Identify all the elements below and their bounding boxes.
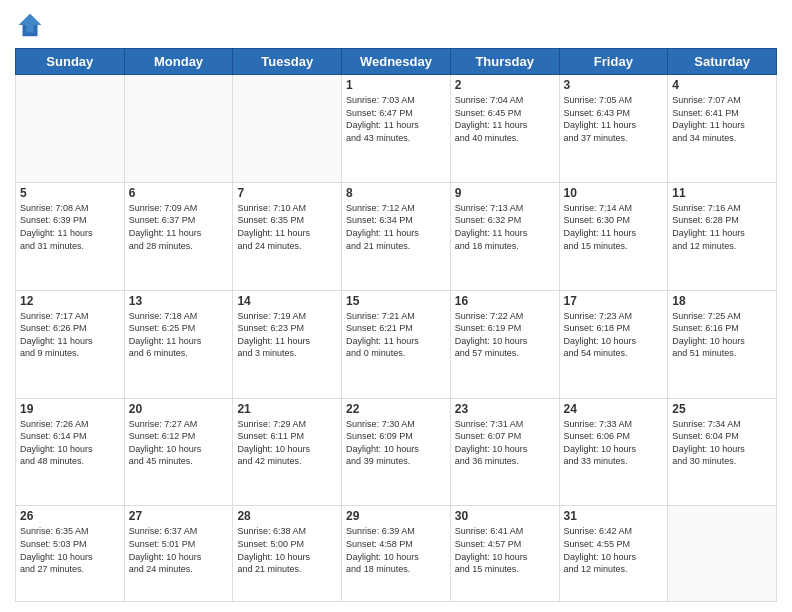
day-number: 17 (564, 294, 664, 308)
header (15, 10, 777, 40)
day-info: Sunrise: 7:13 AM Sunset: 6:32 PM Dayligh… (455, 202, 555, 252)
calendar-day-13: 13Sunrise: 7:18 AM Sunset: 6:25 PM Dayli… (124, 290, 233, 398)
calendar-day-4: 4Sunrise: 7:07 AM Sunset: 6:41 PM Daylig… (668, 75, 777, 183)
calendar-week-1: 1Sunrise: 7:03 AM Sunset: 6:47 PM Daylig… (16, 75, 777, 183)
calendar-day-20: 20Sunrise: 7:27 AM Sunset: 6:12 PM Dayli… (124, 398, 233, 506)
calendar-week-2: 5Sunrise: 7:08 AM Sunset: 6:39 PM Daylig… (16, 182, 777, 290)
day-header-wednesday: Wednesday (342, 49, 451, 75)
day-number: 21 (237, 402, 337, 416)
calendar-empty-cell (668, 506, 777, 602)
day-info: Sunrise: 6:38 AM Sunset: 5:00 PM Dayligh… (237, 525, 337, 575)
day-header-friday: Friday (559, 49, 668, 75)
day-number: 11 (672, 186, 772, 200)
calendar-day-31: 31Sunrise: 6:42 AM Sunset: 4:55 PM Dayli… (559, 506, 668, 602)
day-info: Sunrise: 7:08 AM Sunset: 6:39 PM Dayligh… (20, 202, 120, 252)
day-number: 29 (346, 509, 446, 523)
day-header-saturday: Saturday (668, 49, 777, 75)
day-number: 10 (564, 186, 664, 200)
day-number: 24 (564, 402, 664, 416)
calendar-day-23: 23Sunrise: 7:31 AM Sunset: 6:07 PM Dayli… (450, 398, 559, 506)
calendar-day-7: 7Sunrise: 7:10 AM Sunset: 6:35 PM Daylig… (233, 182, 342, 290)
calendar-day-5: 5Sunrise: 7:08 AM Sunset: 6:39 PM Daylig… (16, 182, 125, 290)
day-info: Sunrise: 7:07 AM Sunset: 6:41 PM Dayligh… (672, 94, 772, 144)
day-number: 25 (672, 402, 772, 416)
calendar-empty-cell (16, 75, 125, 183)
day-number: 8 (346, 186, 446, 200)
calendar-day-18: 18Sunrise: 7:25 AM Sunset: 6:16 PM Dayli… (668, 290, 777, 398)
calendar-day-19: 19Sunrise: 7:26 AM Sunset: 6:14 PM Dayli… (16, 398, 125, 506)
day-info: Sunrise: 7:09 AM Sunset: 6:37 PM Dayligh… (129, 202, 229, 252)
calendar-day-6: 6Sunrise: 7:09 AM Sunset: 6:37 PM Daylig… (124, 182, 233, 290)
calendar-day-11: 11Sunrise: 7:16 AM Sunset: 6:28 PM Dayli… (668, 182, 777, 290)
page: SundayMondayTuesdayWednesdayThursdayFrid… (0, 0, 792, 612)
calendar-table: SundayMondayTuesdayWednesdayThursdayFrid… (15, 48, 777, 602)
day-info: Sunrise: 7:21 AM Sunset: 6:21 PM Dayligh… (346, 310, 446, 360)
calendar-day-29: 29Sunrise: 6:39 AM Sunset: 4:58 PM Dayli… (342, 506, 451, 602)
calendar-day-2: 2Sunrise: 7:04 AM Sunset: 6:45 PM Daylig… (450, 75, 559, 183)
day-number: 5 (20, 186, 120, 200)
day-info: Sunrise: 7:18 AM Sunset: 6:25 PM Dayligh… (129, 310, 229, 360)
day-number: 22 (346, 402, 446, 416)
calendar-day-26: 26Sunrise: 6:35 AM Sunset: 5:03 PM Dayli… (16, 506, 125, 602)
logo-icon (15, 10, 45, 40)
day-number: 28 (237, 509, 337, 523)
day-number: 20 (129, 402, 229, 416)
calendar-day-24: 24Sunrise: 7:33 AM Sunset: 6:06 PM Dayli… (559, 398, 668, 506)
day-info: Sunrise: 7:16 AM Sunset: 6:28 PM Dayligh… (672, 202, 772, 252)
calendar-week-3: 12Sunrise: 7:17 AM Sunset: 6:26 PM Dayli… (16, 290, 777, 398)
day-info: Sunrise: 7:26 AM Sunset: 6:14 PM Dayligh… (20, 418, 120, 468)
calendar-week-4: 19Sunrise: 7:26 AM Sunset: 6:14 PM Dayli… (16, 398, 777, 506)
calendar-week-5: 26Sunrise: 6:35 AM Sunset: 5:03 PM Dayli… (16, 506, 777, 602)
day-number: 19 (20, 402, 120, 416)
day-number: 26 (20, 509, 120, 523)
day-number: 7 (237, 186, 337, 200)
day-header-sunday: Sunday (16, 49, 125, 75)
day-info: Sunrise: 7:29 AM Sunset: 6:11 PM Dayligh… (237, 418, 337, 468)
day-number: 31 (564, 509, 664, 523)
day-info: Sunrise: 7:27 AM Sunset: 6:12 PM Dayligh… (129, 418, 229, 468)
day-number: 18 (672, 294, 772, 308)
day-info: Sunrise: 7:03 AM Sunset: 6:47 PM Dayligh… (346, 94, 446, 144)
day-info: Sunrise: 7:10 AM Sunset: 6:35 PM Dayligh… (237, 202, 337, 252)
calendar-day-9: 9Sunrise: 7:13 AM Sunset: 6:32 PM Daylig… (450, 182, 559, 290)
calendar-day-17: 17Sunrise: 7:23 AM Sunset: 6:18 PM Dayli… (559, 290, 668, 398)
day-number: 16 (455, 294, 555, 308)
calendar-day-12: 12Sunrise: 7:17 AM Sunset: 6:26 PM Dayli… (16, 290, 125, 398)
day-info: Sunrise: 6:37 AM Sunset: 5:01 PM Dayligh… (129, 525, 229, 575)
day-info: Sunrise: 6:42 AM Sunset: 4:55 PM Dayligh… (564, 525, 664, 575)
calendar-day-30: 30Sunrise: 6:41 AM Sunset: 4:57 PM Dayli… (450, 506, 559, 602)
day-number: 27 (129, 509, 229, 523)
day-number: 3 (564, 78, 664, 92)
day-number: 12 (20, 294, 120, 308)
day-info: Sunrise: 6:39 AM Sunset: 4:58 PM Dayligh… (346, 525, 446, 575)
calendar-day-1: 1Sunrise: 7:03 AM Sunset: 6:47 PM Daylig… (342, 75, 451, 183)
day-number: 13 (129, 294, 229, 308)
day-header-monday: Monday (124, 49, 233, 75)
day-number: 6 (129, 186, 229, 200)
calendar-day-10: 10Sunrise: 7:14 AM Sunset: 6:30 PM Dayli… (559, 182, 668, 290)
day-number: 23 (455, 402, 555, 416)
day-info: Sunrise: 7:22 AM Sunset: 6:19 PM Dayligh… (455, 310, 555, 360)
day-info: Sunrise: 7:12 AM Sunset: 6:34 PM Dayligh… (346, 202, 446, 252)
day-number: 15 (346, 294, 446, 308)
calendar-day-14: 14Sunrise: 7:19 AM Sunset: 6:23 PM Dayli… (233, 290, 342, 398)
day-info: Sunrise: 7:23 AM Sunset: 6:18 PM Dayligh… (564, 310, 664, 360)
day-number: 1 (346, 78, 446, 92)
calendar-day-16: 16Sunrise: 7:22 AM Sunset: 6:19 PM Dayli… (450, 290, 559, 398)
day-info: Sunrise: 7:05 AM Sunset: 6:43 PM Dayligh… (564, 94, 664, 144)
calendar-empty-cell (124, 75, 233, 183)
day-number: 4 (672, 78, 772, 92)
day-header-tuesday: Tuesday (233, 49, 342, 75)
day-number: 2 (455, 78, 555, 92)
day-info: Sunrise: 7:17 AM Sunset: 6:26 PM Dayligh… (20, 310, 120, 360)
calendar-header-row: SundayMondayTuesdayWednesdayThursdayFrid… (16, 49, 777, 75)
calendar-day-15: 15Sunrise: 7:21 AM Sunset: 6:21 PM Dayli… (342, 290, 451, 398)
calendar-day-28: 28Sunrise: 6:38 AM Sunset: 5:00 PM Dayli… (233, 506, 342, 602)
day-info: Sunrise: 7:04 AM Sunset: 6:45 PM Dayligh… (455, 94, 555, 144)
logo (15, 10, 49, 40)
day-info: Sunrise: 7:34 AM Sunset: 6:04 PM Dayligh… (672, 418, 772, 468)
day-info: Sunrise: 7:30 AM Sunset: 6:09 PM Dayligh… (346, 418, 446, 468)
day-info: Sunrise: 7:33 AM Sunset: 6:06 PM Dayligh… (564, 418, 664, 468)
day-number: 30 (455, 509, 555, 523)
day-info: Sunrise: 7:31 AM Sunset: 6:07 PM Dayligh… (455, 418, 555, 468)
